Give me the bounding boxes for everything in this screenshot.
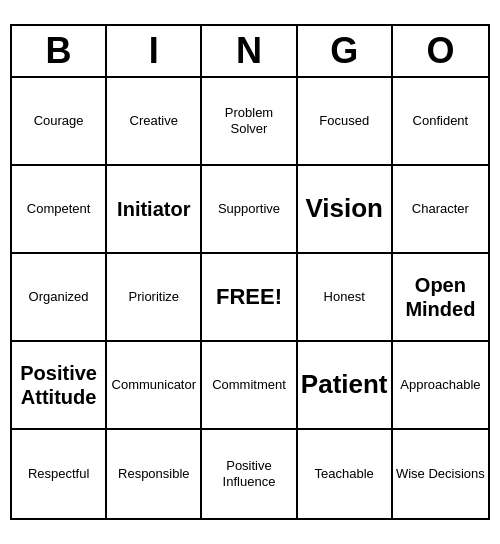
bingo-cell: Courage [12, 78, 107, 166]
bingo-cell: Positive Attitude [12, 342, 107, 430]
bingo-grid: CourageCreativeProblem SolverFocusedConf… [12, 78, 488, 518]
bingo-card: BINGO CourageCreativeProblem SolverFocus… [10, 24, 490, 520]
bingo-cell: Open Minded [393, 254, 488, 342]
bingo-cell: Teachable [298, 430, 393, 518]
bingo-cell: Competent [12, 166, 107, 254]
bingo-cell: Responsible [107, 430, 202, 518]
bingo-cell: Confident [393, 78, 488, 166]
bingo-cell: Approachable [393, 342, 488, 430]
bingo-cell: Prioritize [107, 254, 202, 342]
bingo-cell: Positive Influence [202, 430, 297, 518]
bingo-header: BINGO [12, 26, 488, 78]
header-letter: O [393, 26, 488, 76]
bingo-cell: Problem Solver [202, 78, 297, 166]
bingo-cell: Wise Decisions [393, 430, 488, 518]
bingo-cell: Commitment [202, 342, 297, 430]
header-letter: I [107, 26, 202, 76]
bingo-cell: Focused [298, 78, 393, 166]
bingo-cell: Respectful [12, 430, 107, 518]
bingo-cell: Organized [12, 254, 107, 342]
bingo-cell: Honest [298, 254, 393, 342]
header-letter: B [12, 26, 107, 76]
bingo-cell: Initiator [107, 166, 202, 254]
bingo-cell: FREE! [202, 254, 297, 342]
bingo-cell: Character [393, 166, 488, 254]
bingo-cell: Patient [298, 342, 393, 430]
bingo-cell: Vision [298, 166, 393, 254]
bingo-cell: Supportive [202, 166, 297, 254]
bingo-cell: Communicator [107, 342, 202, 430]
header-letter: G [298, 26, 393, 76]
header-letter: N [202, 26, 297, 76]
bingo-cell: Creative [107, 78, 202, 166]
